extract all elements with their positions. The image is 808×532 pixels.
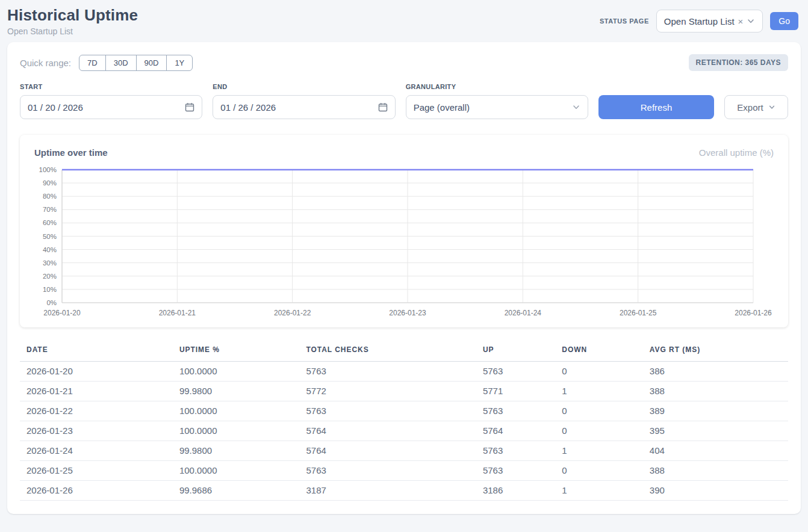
- start-date-field: START 01 / 20 / 2026: [20, 83, 202, 119]
- quick-range-30d[interactable]: 30D: [105, 55, 137, 71]
- quick-range-left: Quick range: 7D30D90D1Y: [20, 55, 193, 71]
- end-date-value: 01 / 26 / 2026: [220, 102, 276, 113]
- table-cell: 100.0000: [173, 421, 300, 441]
- filter-controls-row: START 01 / 20 / 2026 END 01 / 26 / 2026 …: [20, 83, 788, 119]
- uptime-chart: 0%10%20%30%40%50%60%70%80%90%100%2026-01…: [34, 165, 774, 320]
- table-cell: 99.9800: [173, 382, 300, 401]
- refresh-button[interactable]: Refresh: [598, 95, 714, 119]
- table-row: 2026-01-20100.0000576357630386: [20, 362, 788, 382]
- table-cell: 0: [555, 461, 642, 481]
- granularity-select[interactable]: Page (overall): [406, 95, 588, 119]
- svg-text:70%: 70%: [43, 206, 57, 213]
- table-cell: 5763: [476, 441, 555, 461]
- table-cell: 99.9800: [173, 441, 300, 461]
- table-cell: 1: [555, 441, 642, 461]
- end-date-field: END 01 / 26 / 2026: [213, 83, 395, 119]
- chart-legend: Overall uptime (%): [699, 147, 774, 158]
- svg-text:0%: 0%: [46, 299, 57, 306]
- chevron-down-icon: [747, 17, 755, 25]
- column-header: UP: [476, 342, 555, 362]
- table-cell: 1: [555, 382, 642, 401]
- table-cell: 5763: [476, 362, 555, 382]
- export-button[interactable]: Export: [724, 95, 788, 119]
- table-row: 2026-01-22100.0000576357630389: [20, 401, 788, 421]
- page-subtitle: Open Startup List: [7, 26, 138, 36]
- svg-text:2026-01-20: 2026-01-20: [43, 309, 81, 317]
- table-cell: 388: [643, 461, 788, 481]
- table-cell: 395: [643, 421, 788, 441]
- retention-badge: RETENTION: 365 DAYS: [689, 54, 788, 71]
- quick-range-label: Quick range:: [20, 58, 71, 68]
- table-cell: 3187: [299, 481, 476, 501]
- end-date-input[interactable]: 01 / 26 / 2026: [213, 95, 395, 119]
- status-page-label: STATUS PAGE: [600, 17, 649, 25]
- table-cell: 5763: [476, 401, 555, 421]
- table-cell: 2026-01-21: [20, 382, 173, 401]
- column-header: UPTIME %: [173, 342, 300, 362]
- quick-range-7d[interactable]: 7D: [79, 55, 106, 71]
- table-cell: 388: [643, 382, 788, 401]
- svg-text:20%: 20%: [43, 273, 57, 280]
- table-cell: 0: [555, 421, 642, 441]
- quick-range-90d[interactable]: 90D: [136, 55, 167, 71]
- page-header: Historical Uptime Open Startup List STAT…: [0, 0, 808, 42]
- quick-range-row: Quick range: 7D30D90D1Y RETENTION: 365 D…: [20, 54, 788, 71]
- table-cell: 2026-01-20: [20, 362, 173, 382]
- table-body: 2026-01-20100.00005763576303862026-01-21…: [20, 362, 788, 501]
- table-cell: 5764: [299, 421, 476, 441]
- svg-text:60%: 60%: [43, 219, 57, 226]
- svg-text:2026-01-22: 2026-01-22: [274, 309, 311, 317]
- svg-text:100%: 100%: [39, 166, 57, 173]
- column-header: TOTAL CHECKS: [299, 342, 476, 362]
- calendar-icon[interactable]: [185, 102, 194, 112]
- svg-text:40%: 40%: [43, 246, 57, 253]
- svg-text:2026-01-25: 2026-01-25: [620, 309, 657, 317]
- column-header: DOWN: [555, 342, 642, 362]
- start-label: START: [20, 83, 202, 90]
- table-cell: 5763: [299, 461, 476, 481]
- header-titles: Historical Uptime Open Startup List: [7, 6, 138, 36]
- table-row: 2026-01-2499.9800576457631404: [20, 441, 788, 461]
- granularity-label: GRANULARITY: [406, 83, 588, 90]
- svg-text:80%: 80%: [43, 193, 57, 200]
- status-page-select[interactable]: Open Startup List ×: [656, 10, 763, 32]
- calendar-icon[interactable]: [378, 102, 388, 112]
- svg-text:10%: 10%: [43, 286, 57, 293]
- table-cell: 100.0000: [173, 461, 300, 481]
- status-page-value: Open Startup List: [664, 16, 735, 26]
- header-controls: STATUS PAGE Open Startup List × Go: [600, 10, 798, 32]
- svg-text:2026-01-23: 2026-01-23: [389, 309, 426, 317]
- start-date-input[interactable]: 01 / 20 / 2026: [20, 95, 202, 119]
- table-row: 2026-01-2699.9686318731861390: [20, 481, 788, 501]
- table-cell: 100.0000: [173, 362, 300, 382]
- column-header: DATE: [20, 342, 173, 362]
- svg-text:50%: 50%: [43, 233, 57, 240]
- quick-range-group: 7D30D90D1Y: [79, 55, 193, 71]
- svg-text:2026-01-26: 2026-01-26: [735, 309, 772, 317]
- table-cell: 5763: [476, 461, 555, 481]
- uptime-chart-card: Uptime over time Overall uptime (%) 0%10…: [20, 135, 788, 327]
- table-cell: 1: [555, 481, 642, 501]
- chart-title: Uptime over time: [34, 147, 108, 158]
- table-cell: 389: [643, 401, 788, 421]
- table-row: 2026-01-23100.0000576457640395: [20, 421, 788, 441]
- table-cell: 5763: [299, 362, 476, 382]
- table-cell: 2026-01-22: [20, 401, 173, 421]
- table-cell: 404: [643, 441, 788, 461]
- go-button[interactable]: Go: [770, 12, 798, 30]
- column-header: AVG RT (MS): [643, 342, 788, 362]
- svg-text:2026-01-24: 2026-01-24: [505, 309, 542, 317]
- table-cell: 386: [643, 362, 788, 382]
- granularity-field: GRANULARITY Page (overall): [406, 83, 588, 119]
- table-header: DATEUPTIME %TOTAL CHECKSUPDOWNAVG RT (MS…: [20, 342, 788, 362]
- table-cell: 5763: [299, 401, 476, 421]
- table-row: 2026-01-25100.0000576357630388: [20, 461, 788, 481]
- chevron-down-icon: [572, 103, 580, 111]
- quick-range-1y[interactable]: 1Y: [166, 55, 193, 71]
- table-cell: 100.0000: [173, 401, 300, 421]
- clear-icon[interactable]: ×: [738, 16, 744, 26]
- chevron-down-icon: [768, 104, 775, 111]
- page-title: Historical Uptime: [7, 6, 138, 25]
- table-cell: 390: [643, 481, 788, 501]
- table-cell: 5771: [476, 382, 555, 401]
